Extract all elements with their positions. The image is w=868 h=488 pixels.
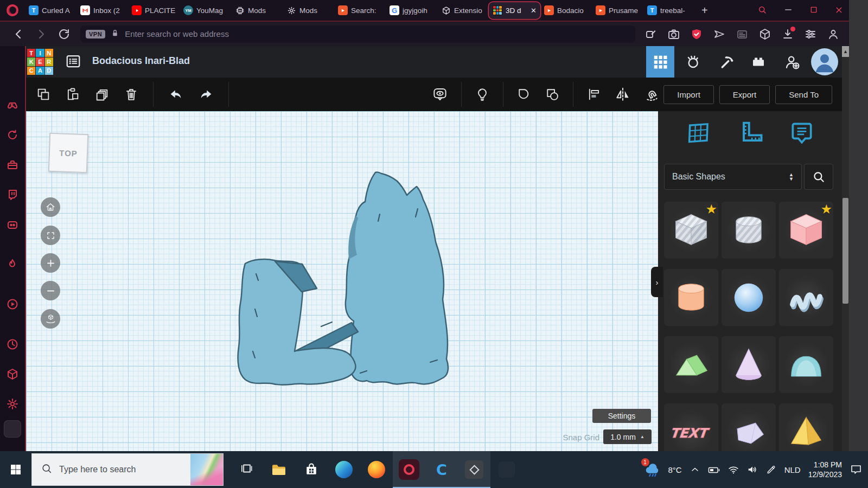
sidebar-cube3d-icon[interactable] xyxy=(0,368,25,381)
sidebar-refresh-icon[interactable] xyxy=(0,129,25,142)
shape-box-hole[interactable]: ★ xyxy=(664,202,718,259)
sidebar-gear-icon[interactable] xyxy=(0,397,25,410)
search-button[interactable] xyxy=(757,5,767,17)
solid-button[interactable] xyxy=(516,87,532,102)
browser-tab[interactable]: Search: xyxy=(334,2,386,19)
cube-button[interactable] xyxy=(757,26,773,42)
copy-button[interactable] xyxy=(36,87,51,102)
download-button[interactable] xyxy=(780,26,796,42)
clock[interactable]: 1:08 PM 12/9/2023 xyxy=(808,460,842,479)
mirror-button[interactable] xyxy=(615,86,631,102)
temperature-label[interactable]: 8°C xyxy=(668,465,682,474)
camera-button[interactable] xyxy=(666,26,682,42)
pinned-site-tile[interactable] xyxy=(0,420,25,438)
hole-button[interactable] xyxy=(545,87,560,102)
opera-gx-logo-icon[interactable] xyxy=(0,4,25,16)
taskbar-ms-store-button[interactable] xyxy=(295,451,328,488)
scrollbar-thumb[interactable] xyxy=(843,198,848,304)
duplicate-button[interactable] xyxy=(94,87,110,102)
browser-tab[interactable]: Ttreebal- xyxy=(643,2,695,19)
ruler-button[interactable] xyxy=(737,119,765,147)
browser-tab[interactable]: Extensio xyxy=(437,2,489,19)
workplane-button[interactable] xyxy=(685,119,713,147)
undo-button[interactable] xyxy=(168,86,184,102)
fit-button[interactable] xyxy=(41,226,60,245)
header-grid9-button[interactable] xyxy=(646,46,674,78)
notes-button[interactable] xyxy=(788,119,815,147)
browser-tab[interactable]: Mods xyxy=(231,2,283,19)
shape-sphere[interactable] xyxy=(722,269,776,326)
scroll-up-icon[interactable]: ▲ xyxy=(842,46,849,57)
action-center-icon[interactable] xyxy=(850,463,863,476)
pin-button[interactable] xyxy=(643,26,659,42)
browser-tab[interactable]: Gjgyjgoih xyxy=(386,2,437,19)
volume-icon[interactable] xyxy=(746,464,758,476)
taskbar-file-explorer-button[interactable] xyxy=(263,451,295,488)
magnet-button[interactable] xyxy=(644,86,660,102)
panel-collapse-button[interactable]: › xyxy=(651,267,663,297)
taskbar-hidden-app-button[interactable] xyxy=(490,451,523,488)
view-cube[interactable]: TOP xyxy=(48,133,88,173)
design-title[interactable]: Bodacious Inari-Blad xyxy=(92,55,190,67)
reader-button[interactable] xyxy=(734,26,750,42)
taskbar-edge-button[interactable] xyxy=(328,451,360,488)
import-button[interactable]: Import xyxy=(663,85,714,104)
page-scrollbar[interactable]: ▲ xyxy=(842,46,849,451)
start-button[interactable] xyxy=(0,451,31,488)
shape-search-button[interactable] xyxy=(804,164,833,190)
header-brick-button[interactable] xyxy=(744,46,773,78)
language-indicator[interactable]: NLD xyxy=(784,465,801,474)
shape-cone[interactable] xyxy=(722,336,776,393)
zoom-in-button[interactable] xyxy=(41,253,60,273)
taskbar-firefox-button[interactable] xyxy=(360,451,393,488)
browser-tab[interactable]: PLACITE xyxy=(128,2,180,19)
browser-tab[interactable]: TCurled A xyxy=(25,2,76,19)
address-bar[interactable]: VPN Enter search or web address xyxy=(80,25,635,43)
tab-close-icon[interactable]: ✕ xyxy=(529,7,537,15)
browser-tab[interactable]: Bodacio xyxy=(540,2,592,19)
new-tab-button[interactable]: + xyxy=(695,4,714,17)
design-canvas[interactable]: TOP Settings Snap Grid 1.0 mm ▲ xyxy=(26,111,658,451)
pen-icon[interactable] xyxy=(765,464,777,476)
sidebar-gx-corner-icon[interactable] xyxy=(0,99,25,112)
shape-scribble[interactable] xyxy=(779,269,833,326)
header-pickaxe-button[interactable] xyxy=(713,46,741,78)
browser-tab[interactable]: Inbox (2 xyxy=(76,2,128,19)
close-button[interactable] xyxy=(834,5,844,17)
chevron-up-icon[interactable] xyxy=(690,464,700,475)
header-paw-button[interactable] xyxy=(679,46,707,78)
browser-tab[interactable]: 3D d✕ xyxy=(489,2,540,19)
star-icon[interactable]: ★ xyxy=(820,202,832,217)
send-to-button[interactable]: Send To xyxy=(775,85,832,104)
redo-button[interactable] xyxy=(198,86,214,102)
browser-tab[interactable]: Prusame xyxy=(592,2,643,19)
shape-text[interactable]: TEXT xyxy=(664,403,718,451)
tune-button[interactable] xyxy=(802,26,819,42)
tinkercad-logo[interactable]: TINKERCAD xyxy=(27,49,53,75)
star-icon[interactable]: ★ xyxy=(705,202,717,217)
vpn-badge[interactable]: VPN xyxy=(86,30,105,38)
sidebar-history-icon[interactable] xyxy=(0,338,25,351)
shape-round-roof[interactable] xyxy=(779,336,833,393)
snap-grid-select[interactable]: 1.0 mm ▲ xyxy=(603,429,652,444)
maximize-button[interactable] xyxy=(809,5,818,16)
shape-polygon[interactable] xyxy=(722,403,776,451)
person-button[interactable] xyxy=(825,26,841,42)
wifi-icon[interactable] xyxy=(727,464,739,476)
header-invite-button[interactable] xyxy=(778,46,806,78)
delete-button[interactable] xyxy=(124,87,139,102)
forward-button[interactable] xyxy=(33,25,50,43)
shield-button[interactable] xyxy=(688,26,705,42)
search-highlight-image[interactable] xyxy=(190,454,223,485)
align-button[interactable] xyxy=(586,87,602,102)
taskbar-task-view-button[interactable] xyxy=(230,451,263,488)
design-list-icon[interactable] xyxy=(65,53,81,72)
sidebar-toolbox-icon[interactable] xyxy=(0,158,25,171)
sidebar-twitch-icon[interactable] xyxy=(0,188,25,201)
taskbar-opera-gx-button[interactable] xyxy=(393,451,425,488)
grid-settings-button[interactable]: Settings xyxy=(592,409,651,423)
back-button[interactable] xyxy=(10,25,27,43)
shape-cylinder-hole[interactable] xyxy=(722,202,776,259)
shape-box[interactable]: ★ xyxy=(779,202,833,259)
taskbar-search[interactable]: Type here to search xyxy=(31,453,224,486)
